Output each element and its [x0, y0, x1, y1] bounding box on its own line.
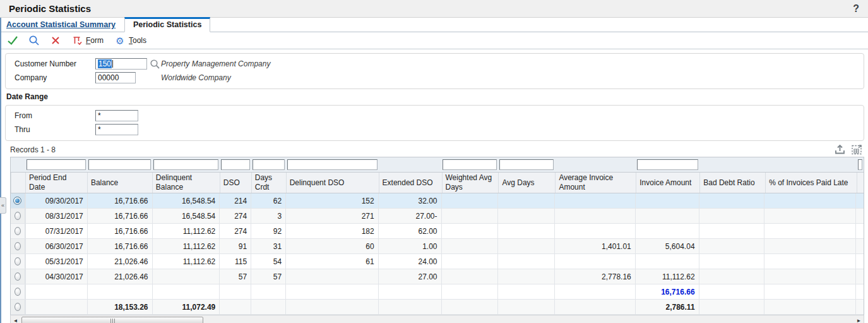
scroll-left-arrow[interactable]: ◄	[11, 315, 20, 323]
text-caret	[112, 60, 113, 68]
column-header[interactable]: Weighted Avg Days	[442, 173, 499, 193]
grid-row-2[interactable]: 08/31/201716,716.6616,548.54274327127.00…	[11, 209, 864, 224]
column-header[interactable]: Extended DSO	[379, 173, 442, 193]
grid-cell	[497, 193, 554, 208]
grid-cell	[441, 224, 498, 238]
row-select-radio[interactable]	[11, 300, 25, 314]
grid-cell-stub	[855, 239, 864, 253]
grid-row-8[interactable]: 18,153.2611,072.492,786.11	[11, 300, 864, 315]
radio-button[interactable]	[15, 288, 21, 296]
scrollbar-thumb[interactable]	[21, 317, 203, 323]
radio-button[interactable]	[15, 212, 21, 220]
grid-row-4[interactable]: 06/30/201716,716.6611,112.629131601.001,…	[11, 239, 864, 254]
radio-button[interactable]	[15, 227, 21, 235]
grid-cell: 32.00	[378, 193, 441, 208]
grid-cell	[497, 209, 554, 223]
radio-button[interactable]	[15, 257, 21, 265]
thru-value[interactable]	[98, 125, 136, 134]
qbe-filter-input[interactable]	[637, 159, 698, 170]
column-header[interactable]: Avg Days	[498, 173, 555, 193]
row-select-radio[interactable]	[11, 193, 25, 208]
maximize-grid-icon[interactable]	[851, 144, 863, 155]
visual-assist-search-icon[interactable]	[150, 59, 160, 70]
qbe-filter-input[interactable]	[443, 159, 497, 170]
row-select-radio[interactable]	[11, 209, 25, 223]
ok-check-icon[interactable]	[6, 34, 19, 47]
grid-row-7[interactable]: 16,716.66	[11, 284, 864, 300]
column-header[interactable]: DSO	[220, 173, 251, 193]
tab-account-statistical-summary[interactable]: Account Statistical Summary	[6, 20, 116, 29]
grid-cell: 16,716.66	[87, 193, 152, 208]
radio-button[interactable]	[15, 272, 21, 281]
grid-cell	[87, 284, 152, 299]
company-value[interactable]	[98, 73, 133, 82]
grid-cell	[764, 300, 855, 314]
row-select-radio[interactable]	[11, 269, 25, 284]
grid-cell: 62	[251, 193, 285, 208]
column-header[interactable]: Delinquent DSO	[286, 173, 379, 193]
column-header[interactable]: Average Invoice Amount	[555, 173, 636, 193]
grid-cell	[285, 300, 378, 314]
column-header[interactable]: Delinquent Balance	[152, 173, 220, 193]
radio-button[interactable]	[15, 242, 21, 250]
qbe-filter-input[interactable]	[858, 159, 862, 170]
from-input[interactable]	[95, 110, 138, 121]
thru-input[interactable]	[95, 124, 138, 135]
radio-button[interactable]	[13, 197, 21, 205]
close-icon[interactable]	[49, 34, 62, 47]
column-header[interactable]: Invoice Amount	[636, 173, 699, 193]
grid-cell: 62.00	[378, 224, 441, 238]
help-icon[interactable]: ?	[853, 3, 859, 15]
radio-button[interactable]	[15, 303, 21, 311]
company-input[interactable]	[95, 72, 136, 83]
grid-cell	[441, 193, 498, 208]
grid-cell	[554, 209, 635, 223]
qbe-filter-input[interactable]	[88, 159, 151, 170]
from-value[interactable]	[98, 111, 136, 120]
grid-cell: 152	[285, 193, 378, 208]
column-header[interactable]: Days Crdt	[251, 173, 286, 193]
scroll-right-arrow[interactable]: ►	[854, 315, 864, 323]
export-grid-icon[interactable]	[834, 144, 846, 155]
row-select-radio[interactable]	[11, 254, 25, 269]
grid-row-6[interactable]: 04/30/201721,026.46575727.002,778.1611,1…	[11, 269, 864, 284]
grid-cell: 04/30/2017	[25, 269, 87, 284]
column-header[interactable]: Period End Date	[25, 173, 87, 193]
filter-cell	[699, 157, 765, 172]
filter-cell	[498, 157, 555, 172]
tools-label: Tools	[129, 36, 146, 45]
qbe-filter-input[interactable]	[253, 159, 285, 170]
column-header[interactable]: Balance	[87, 173, 152, 193]
thru-row: Thru	[6, 123, 864, 137]
grid-cell	[699, 300, 764, 314]
grid-cell	[497, 239, 554, 253]
column-header[interactable]: Bad Debt Ratio	[699, 173, 765, 193]
qbe-filter-input[interactable]	[221, 159, 250, 170]
grid-row-5[interactable]: 05/31/201721,026.4611,112.62115546124.00	[11, 254, 864, 269]
find-icon[interactable]	[28, 34, 40, 47]
grid-cell	[251, 284, 285, 299]
collapse-panel-handle[interactable]: «	[0, 197, 6, 214]
row-select-radio[interactable]	[11, 239, 25, 253]
grid-cell: 3	[251, 209, 285, 223]
row-select-radio[interactable]	[11, 284, 25, 299]
qbe-filter-input[interactable]	[287, 159, 378, 170]
grid-row-1[interactable]: 09/30/201716,716.6616,548.542146215232.0…	[11, 193, 864, 209]
qbe-filter-input[interactable]	[27, 159, 86, 170]
customer-number-input[interactable]: 150	[95, 58, 147, 70]
horizontal-scrollbar[interactable]: ◄ ►	[10, 315, 864, 323]
tab-strip: Account Statistical Summary Periodic Sta…	[1, 18, 868, 32]
grid-cell: 274	[219, 209, 251, 223]
grid-cell	[152, 269, 220, 284]
qbe-filter-input[interactable]	[153, 159, 218, 170]
form-menu[interactable]: Form	[71, 34, 104, 47]
tab-periodic-statistics[interactable]: Periodic Statistics	[124, 17, 210, 32]
tools-menu[interactable]: ⚙ Tools	[114, 34, 146, 47]
qbe-filter-input[interactable]	[499, 159, 554, 170]
grid-cell: 11,112.62	[152, 239, 220, 253]
row-select-radio[interactable]	[11, 224, 25, 238]
grid-cell: 11,112.62	[152, 224, 220, 238]
grid-cell	[635, 254, 699, 269]
grid-row-3[interactable]: 07/31/201716,716.6611,112.622749218262.0…	[11, 224, 864, 239]
column-header[interactable]: % of Invoices Paid Late	[765, 173, 857, 193]
